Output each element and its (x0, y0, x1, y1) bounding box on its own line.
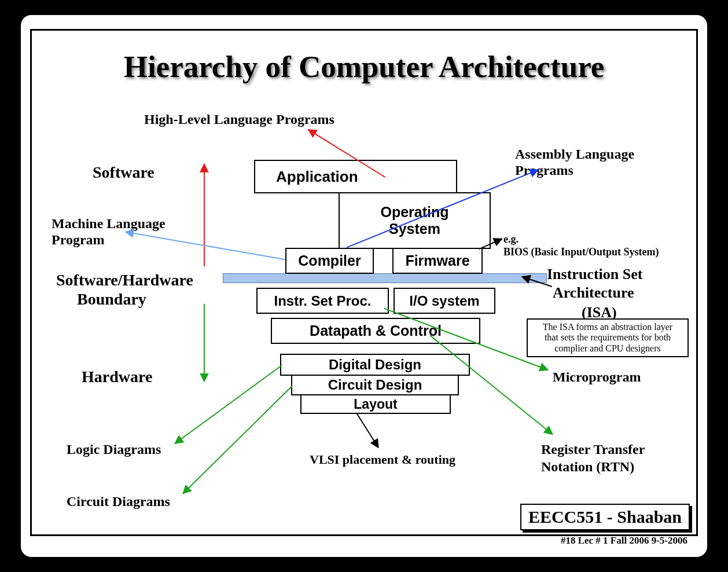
label-swhw-2: Boundary (77, 290, 146, 309)
box-io: I/O system (394, 288, 495, 314)
box-os: Operating System (339, 192, 491, 249)
inner-frame: Hierarchy of Computer Architecture High-… (30, 29, 698, 536)
isa-note: The ISA forms an abstraction layer that … (527, 318, 689, 357)
label-microprogram: Microprogram (553, 369, 641, 385)
label-program: Program (52, 232, 105, 248)
box-isp: Instr. Set Proc. (256, 288, 389, 314)
label-bios-2: BIOS (Basic Input/Output System) (503, 246, 659, 258)
box-compiler: Compiler (285, 248, 374, 274)
label-high-level: High-Level Language Programs (144, 112, 334, 127)
label-rtn-1: Register Transfer (541, 442, 645, 457)
label-machine-lang: Machine Language (52, 216, 166, 232)
svg-line-9 (175, 365, 282, 443)
label-assembly-1: Assembly Language (515, 146, 634, 162)
box-layout: Layout (300, 394, 451, 414)
label-logic-diagrams: Logic Diagrams (67, 442, 161, 457)
label-vlsi: VLSI placement & routing (310, 452, 455, 467)
label-hardware: Hardware (82, 368, 152, 386)
label-bios-1: e.g. (503, 233, 519, 245)
label-software: Software (93, 163, 155, 182)
label-rtn-2: Notation (RTN) (541, 459, 634, 475)
label-assembly-2: Programs (515, 163, 573, 178)
svg-line-10 (183, 386, 292, 494)
footer-course: EECC551 - Shaaban (520, 504, 690, 530)
slide: Hierarchy of Computer Architecture High-… (21, 15, 707, 557)
isa-bar (223, 273, 547, 283)
label-isa-2: Architecture (553, 284, 634, 302)
box-circuit: Circuit Design (291, 375, 459, 395)
slide-title: Hierarchy of Computer Architecture (32, 49, 696, 84)
svg-line-3 (126, 232, 285, 260)
box-datapath: Datapath & Control (271, 318, 480, 344)
svg-line-11 (356, 413, 378, 448)
box-application: Application (254, 160, 457, 193)
box-digital: Digital Design (280, 354, 470, 376)
label-isa-1: Instruction Set (547, 266, 642, 283)
label-circuit-diagrams: Circuit Diagrams (67, 494, 170, 509)
box-firmware: Firmware (392, 248, 483, 274)
footer-meta: #18 Lec # 1 Fall 2006 9-5-2006 (561, 535, 687, 547)
label-swhw-1: Software/Hardware (56, 271, 193, 289)
